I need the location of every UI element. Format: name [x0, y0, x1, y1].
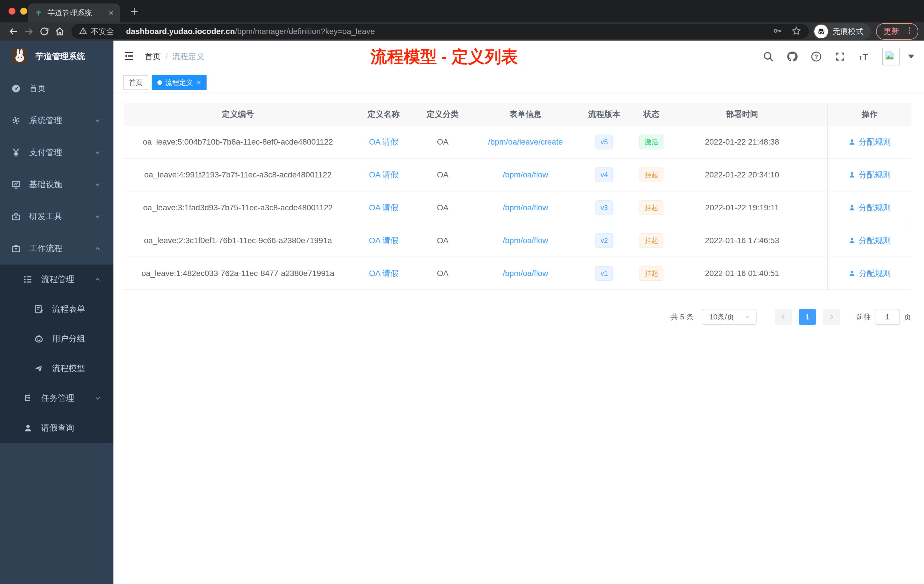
form-link[interactable]: /bpm/oa/flow — [503, 236, 548, 245]
sidebar-item-process-model[interactable]: 流程模型 — [0, 354, 114, 383]
active-tag-dot — [157, 80, 162, 85]
avatar-caret-down-icon[interactable] — [908, 54, 914, 59]
reload-icon[interactable] — [36, 24, 52, 39]
sidebar-item-dev-tools[interactable]: 研发工具 — [0, 201, 114, 233]
chevron-down-icon — [94, 181, 101, 188]
prev-page-button[interactable] — [775, 309, 792, 325]
close-window-button[interactable] — [8, 8, 15, 15]
bookmark-star-icon[interactable] — [791, 26, 802, 37]
tag-home[interactable]: 首页 — [123, 75, 148, 90]
breadcrumb: 首页 / 流程定义 — [145, 51, 204, 62]
chevron-up-icon — [94, 276, 101, 283]
paper-plane-icon — [34, 363, 44, 374]
not-secure-warning-icon[interactable] — [79, 26, 87, 36]
table-row: oa_leave:1:482ec033-762a-11ec-8477-a2380… — [124, 257, 911, 290]
sidebar-item-workflow[interactable]: 工作流程 — [0, 233, 114, 265]
user-icon — [848, 204, 856, 211]
tab-close-icon[interactable]: × — [109, 8, 114, 17]
home-icon[interactable] — [52, 24, 68, 39]
version-badge: v1 — [596, 266, 613, 281]
tags-view-bar: 首页 流程定义 × — [114, 73, 924, 93]
definition-name-link[interactable]: OA 请假 — [369, 170, 398, 180]
next-page-button[interactable] — [823, 309, 840, 325]
assign-rule-link[interactable]: 分配规则 — [848, 137, 891, 147]
form-link[interactable]: /bpm/oa/flow — [503, 203, 548, 212]
url-bar[interactable]: 不安全 dashboard.yudao.iocoder.cn/bpm/manag… — [71, 24, 809, 39]
cell-category: OA — [415, 257, 470, 289]
logo-rabbit-image — [12, 48, 28, 66]
select-chevron-down-icon — [744, 313, 751, 320]
help-icon[interactable]: ? — [810, 51, 822, 63]
new-tab-button[interactable] — [125, 3, 144, 20]
tab-title: 芋道管理系统 — [48, 8, 109, 18]
chevron-down-icon — [94, 149, 101, 156]
sidebar-item-task-management[interactable]: 任务管理 — [0, 383, 114, 413]
form-link[interactable]: /bpm/oa/flow — [503, 269, 548, 278]
sidebar-item-process-form[interactable]: 流程表单 — [0, 294, 114, 324]
col-header-spacer — [809, 103, 827, 126]
github-icon[interactable] — [786, 51, 798, 63]
cell-spacer — [809, 158, 827, 191]
yen-icon — [11, 147, 21, 158]
sidebar-item-payment[interactable]: 支付管理 — [0, 137, 114, 168]
assign-rule-link[interactable]: 分配规则 — [848, 170, 891, 180]
url-text[interactable]: dashboard.yudao.iocoder.cn/bpm/manager/d… — [126, 27, 772, 36]
cell-deploy-time: 2022-01-22 21:48:38 — [675, 126, 809, 158]
tag-close-icon[interactable]: × — [197, 79, 201, 87]
fullscreen-icon[interactable] — [834, 51, 846, 63]
table-row: oa_leave:3:1fad3d93-7b75-11ec-a3c8-acde4… — [124, 191, 911, 224]
breadcrumb-current: 流程定义 — [172, 51, 204, 62]
browser-tab[interactable]: 芋道管理系统 × — [28, 3, 120, 22]
sidebar-item-leave-query[interactable]: 请假查询 — [0, 413, 114, 443]
avatar[interactable] — [882, 48, 900, 66]
breadcrumb-home[interactable]: 首页 — [145, 51, 161, 62]
sidebar-item-user-group[interactable]: 用户分组 — [0, 324, 114, 354]
cell-deploy-time: 2022-01-22 20:34:10 — [675, 158, 809, 191]
cell-spacer — [809, 224, 827, 257]
pagination: 共 5 条 10条/页 1 前往 1 页 — [124, 309, 911, 325]
back-icon[interactable] — [6, 24, 21, 39]
forward-icon[interactable] — [21, 24, 36, 39]
browser-menu-dots-icon[interactable] — [905, 26, 914, 37]
col-header-actions: 操作 — [827, 103, 911, 126]
sidebar-item-infrastructure[interactable]: 基础设施 — [0, 168, 114, 201]
form-link[interactable]: /bpm/oa/flow — [503, 170, 548, 180]
page-number-button[interactable]: 1 — [799, 309, 816, 325]
list-tree-icon — [23, 274, 33, 285]
sidebar-item-system[interactable]: 系统管理 — [0, 105, 114, 137]
collapse-sidebar-icon[interactable] — [123, 50, 135, 63]
assign-rule-link[interactable]: 分配规则 — [848, 235, 891, 246]
assign-rule-link[interactable]: 分配规则 — [848, 202, 891, 213]
sidebar-item-home[interactable]: 首页 — [0, 73, 114, 105]
sidebar-item-process-management[interactable]: 流程管理 — [0, 265, 114, 294]
page-size-select[interactable]: 10条/页 — [702, 309, 757, 325]
dashboard-icon — [11, 83, 21, 94]
update-button[interactable]: 更新 — [876, 23, 918, 40]
minimize-window-button[interactable] — [20, 8, 27, 15]
tag-process-definition[interactable]: 流程定义 × — [152, 75, 206, 90]
password-key-icon[interactable] — [772, 26, 782, 37]
definition-name-link[interactable]: OA 请假 — [369, 137, 398, 147]
version-badge: v4 — [596, 167, 613, 182]
incognito-badge: 无痕模式 — [813, 23, 871, 40]
col-header-category: 定义分类 — [415, 103, 470, 126]
security-label[interactable]: 不安全 — [91, 26, 114, 36]
definition-name-link[interactable]: OA 请假 — [369, 235, 398, 246]
page-title-annotation: 流程模型 - 定义列表 — [371, 46, 518, 68]
cell-id: oa_leave:5:004b710b-7b8a-11ec-8ef0-acde4… — [124, 126, 352, 158]
form-link[interactable]: /bpm/oa/leave/create — [488, 137, 563, 147]
tab-strip: 芋道管理系统 × — [0, 0, 924, 22]
goto-page-input[interactable]: 1 — [875, 309, 900, 325]
app-logo[interactable]: 芋道管理系统 — [0, 41, 114, 73]
font-size-icon[interactable]: TT — [858, 51, 870, 63]
svg-text:T: T — [863, 52, 868, 61]
assign-rule-link[interactable]: 分配规则 — [848, 268, 891, 279]
definition-name-link[interactable]: OA 请假 — [369, 268, 398, 279]
definition-name-link[interactable]: OA 请假 — [369, 202, 398, 213]
search-icon[interactable] — [762, 51, 774, 63]
col-header-version: 流程版本 — [581, 103, 628, 126]
app-title: 芋道管理系统 — [35, 51, 85, 62]
form-icon — [34, 304, 44, 314]
cell-deploy-time: 2022-01-16 01:40:51 — [675, 257, 809, 289]
cell-category: OA — [415, 126, 470, 158]
